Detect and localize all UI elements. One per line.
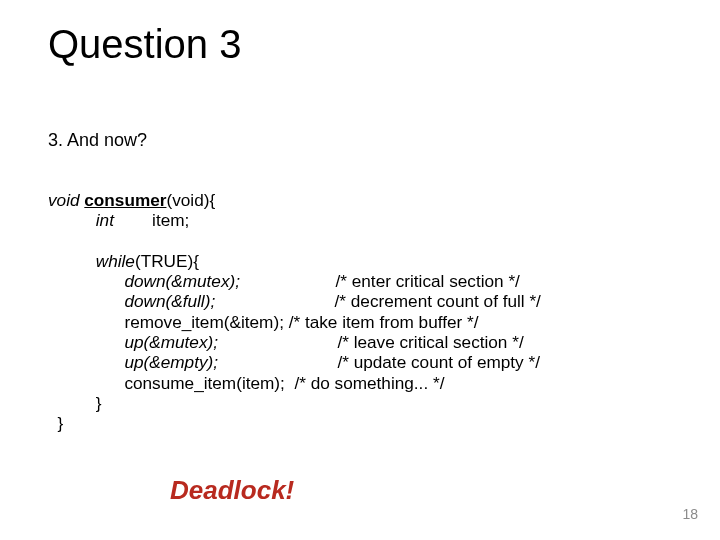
code-block: void consumer(void){ int item; while(TRU… (48, 190, 541, 434)
fn-consumer: consumer (84, 190, 166, 210)
sig-tail: (void){ (166, 190, 215, 210)
decl-item: item; (114, 210, 189, 230)
up-mutex: up(&mutex); (124, 332, 218, 352)
deadlock-label: Deadlock! (170, 475, 294, 506)
kw-void: void (48, 190, 80, 210)
up-empty: up(&empty); (124, 352, 218, 372)
cmt-up-empty: /* update count of empty */ (218, 352, 540, 372)
page-number: 18 (682, 506, 698, 522)
kw-while: while (96, 251, 135, 271)
kw-int: int (96, 210, 114, 230)
slide-title: Question 3 (48, 22, 241, 67)
down-mutex: down(&mutex); (124, 271, 240, 291)
brace-fn-close: } (58, 413, 64, 433)
while-cond: (TRUE){ (135, 251, 199, 271)
down-full: down(&full); (124, 291, 215, 311)
cmt-up-mutex: /* leave critical section */ (218, 332, 524, 352)
cmt-down-full: /* decrement count of full */ (215, 291, 541, 311)
cmt-down-mutex: /* enter critical section */ (240, 271, 520, 291)
question-prompt: 3. And now? (48, 130, 147, 151)
brace-while-close: } (96, 393, 102, 413)
consume-item: consume_item(item); /* do something... *… (124, 373, 444, 393)
remove-item: remove_item(&item); /* take item from bu… (124, 312, 478, 332)
